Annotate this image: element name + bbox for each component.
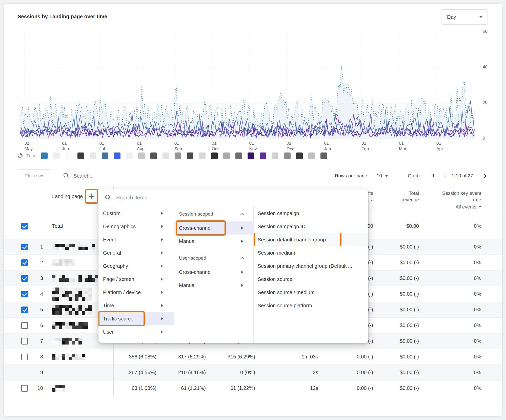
legend-swatch[interactable] [235,152,242,159]
legend-swatch[interactable] [53,152,60,159]
legend-swatch[interactable] [114,152,120,159]
menu-panel-categories: CustomDemographicsEventGeneralGeographyP… [98,206,174,343]
legend-swatch[interactable] [211,152,218,159]
cell-value: 0% [419,385,481,391]
legend-swatch[interactable] [163,152,169,159]
legend-swatch[interactable] [296,152,303,159]
chevron-right-icon [161,330,163,333]
legend-swatch[interactable] [77,152,84,159]
prev-page-button[interactable] [441,171,450,180]
chart-legend: Total [18,152,327,160]
cell-value: 63 (1.08%) [113,385,156,391]
legend-swatch[interactable] [223,152,230,159]
column-filter-select[interactable]: All events [419,204,481,210]
menu-item-session-source[interactable]: Session source [254,273,368,286]
legend-swatch[interactable] [65,152,72,159]
chevron-right-icon [161,278,163,281]
legend-swatch[interactable] [320,152,327,159]
total-row-checkbox[interactable] [21,223,28,230]
row-checkbox[interactable] [21,291,28,297]
next-page-button[interactable] [480,171,488,180]
row-checkbox[interactable] [21,385,28,392]
goto-page-label: Go to: [408,173,421,179]
cell-value: $0.00 (-) [373,354,419,360]
cell-value: 0.00 (-) [318,354,373,360]
legend-swatch[interactable] [150,152,157,159]
landing-page-column-header[interactable]: Landing page [52,194,83,199]
row-checkbox[interactable] [21,307,28,313]
chevron-right-icon [241,271,243,274]
legend-swatch[interactable] [102,152,108,159]
menu-item-platform-device[interactable]: Platform / device [98,286,174,299]
menu-item-session-source-platform[interactable]: Session source platform [254,299,368,312]
chevron-down-icon [479,206,481,208]
table-toolbar: Plot rows Search... Rows per page: 10 Go… [18,168,488,183]
cell-value: 0% [419,260,481,265]
cell-value: 356 (6.08%) [113,354,156,360]
menu-item-session-medium[interactable]: Session medium [254,246,368,259]
cell-value: 0% [419,291,481,297]
menu-item-user-scoped-cross-channel[interactable]: Cross-channel [174,265,253,279]
menu-item-session-campaign[interactable]: Session campaign [254,207,368,220]
menu-section-session-scoped[interactable]: Session-scoped [174,207,253,221]
menu-panel-dimensions: Session campaignSession campaign IDSessi… [254,206,368,343]
row-checkbox[interactable] [21,322,28,329]
column-header[interactable]: Session key eventrateAll events [419,186,481,210]
cell-value: 0% [419,370,481,375]
row-checkbox[interactable] [21,354,28,360]
row-checkbox[interactable] [21,259,28,266]
menu-item-session-scoped-cross-channel[interactable]: Cross-channel [174,221,253,235]
menu-search-input[interactable]: Search items [98,189,368,206]
column-header[interactable]: Totalrevenue [373,186,419,203]
menu-item-demographics[interactable]: Demographics [98,220,174,233]
cell-value: 12s [255,385,318,391]
menu-item-session-scoped-manual[interactable]: Manual [174,235,253,248]
menu-item-page-screen[interactable]: Page / screen [98,273,174,286]
cell-value: 0.00 (-) [318,370,373,375]
row-checkbox[interactable] [21,244,28,250]
legend-swatch[interactable] [90,152,96,159]
rows-per-page-select[interactable]: 10 [377,173,388,179]
legend-swatch[interactable] [248,152,254,159]
menu-item-user[interactable]: User [98,325,174,338]
plot-rows-button[interactable]: Plot rows [18,169,51,182]
menu-item-user-scoped-manual[interactable]: Manual [174,279,253,292]
cell-value: $0.00 (-) [373,260,419,265]
y-axis-tick: 40 [483,65,488,70]
cell-value: 0% [419,354,481,360]
menu-item-custom[interactable]: Custom [98,207,174,220]
add-dimension-button[interactable] [88,193,95,200]
menu-item-geography[interactable]: Geography [98,259,174,273]
legend-swatch[interactable] [187,152,193,159]
cell-value: 0% [419,322,481,328]
goto-page-input[interactable]: 1 [432,173,435,179]
interval-select[interactable]: Day [441,9,488,25]
menu-item-time[interactable]: Time [98,299,174,312]
menu-item-traffic-source[interactable]: Traffic source [98,312,174,325]
menu-item-session-campaign-id[interactable]: Session campaign ID [254,220,368,233]
row-checkbox[interactable] [21,338,28,345]
x-axis-tick: 01Jul [99,141,105,152]
menu-item-general[interactable]: General [98,246,174,259]
menu-item-session-default-channel-group[interactable]: Session default channel group [254,233,368,246]
cell-value: $0.00 (-) [373,322,419,328]
legend-swatch[interactable] [138,152,145,159]
menu-section-user-scoped[interactable]: User-scoped [174,251,253,265]
legend-swatch[interactable] [272,152,278,159]
legend-swatch[interactable] [41,152,48,159]
legend-swatch[interactable] [126,152,133,159]
row-checkbox[interactable] [21,275,28,282]
menu-panels: CustomDemographicsEventGeneralGeographyP… [98,206,368,343]
legend-swatch[interactable] [175,152,181,159]
menu-item-session-source-medium[interactable]: Session source / medium [254,286,368,299]
menu-item-event[interactable]: Event [98,233,174,246]
legend-swatch[interactable] [199,152,206,159]
cell-value: 0% [419,275,481,281]
legend-swatch[interactable] [308,152,315,159]
y-axis-tick: 20 [483,100,488,105]
legend-swatch[interactable] [284,152,291,159]
menu-item-session-primary-channel-group-default[interactable]: Session primary channel group (Default .… [254,259,368,273]
x-axis-tick: 01Dec [287,141,294,152]
table-search-input[interactable]: Search... [63,172,94,179]
legend-swatch[interactable] [260,152,266,159]
